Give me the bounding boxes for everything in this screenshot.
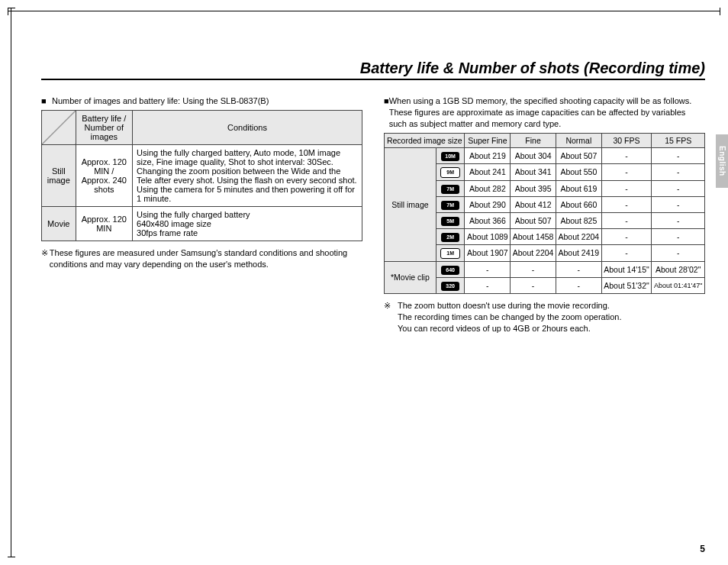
table-cell: About 1458 bbox=[511, 228, 556, 244]
table-cell: - bbox=[465, 277, 511, 293]
table-cell: - bbox=[601, 180, 652, 196]
table-cell: About 550 bbox=[556, 163, 601, 180]
table-cell: - bbox=[601, 147, 652, 163]
right-note-line3: You can record videos of up to 4GB or 2h… bbox=[398, 323, 705, 334]
table-cell: About 507 bbox=[556, 147, 601, 163]
reference-mark-icon: ※ bbox=[41, 247, 50, 271]
size-icon: 5M bbox=[441, 217, 459, 226]
table-cell: About 619 bbox=[556, 180, 601, 196]
table-cell: About 412 bbox=[511, 196, 556, 212]
size-icon-cell: 7M bbox=[436, 196, 465, 212]
size-icon-cell: 10M bbox=[436, 147, 465, 163]
table-cell: - bbox=[652, 228, 705, 244]
table-cell: About 282 bbox=[465, 180, 511, 196]
table-cell: About 825 bbox=[556, 212, 601, 228]
table-header: 15 FPS bbox=[652, 133, 705, 147]
page-content: Battery life & Number of shots (Recordin… bbox=[41, 31, 705, 542]
table-header: 30 FPS bbox=[601, 133, 652, 147]
table-cell: About 14'15" bbox=[601, 261, 652, 277]
table-cell: About 1907 bbox=[465, 244, 511, 261]
table-cell: Using the fully charged battery, Auto mo… bbox=[133, 144, 362, 206]
size-icon-cell: 640 bbox=[436, 261, 465, 277]
size-icon: 1M bbox=[440, 248, 460, 259]
table-cell: About 341 bbox=[511, 163, 556, 180]
table-diagonal-cell bbox=[42, 110, 76, 144]
table-cell: - bbox=[601, 163, 652, 180]
left-bullet-text: Number of images and battery life: Using… bbox=[52, 95, 269, 107]
table-cell: - bbox=[601, 244, 652, 261]
table-cell: About 304 bbox=[511, 147, 556, 163]
table-header: Fine bbox=[511, 133, 556, 147]
table-cell: About 2204 bbox=[556, 228, 601, 244]
table-cell: About 51'32" bbox=[601, 277, 652, 293]
size-icon-cell: 5M bbox=[436, 212, 465, 228]
size-icon: 10M bbox=[441, 152, 459, 161]
table-cell: - bbox=[601, 196, 652, 212]
table-header: Super Fine bbox=[465, 133, 511, 147]
table-cell: About 241 bbox=[465, 163, 511, 180]
size-icon: 320 bbox=[441, 282, 459, 291]
right-bullet-text: When using a 1GB SD memory, the specifie… bbox=[389, 95, 705, 130]
table-cell: About 290 bbox=[465, 196, 511, 212]
size-icon: 7M bbox=[441, 201, 459, 210]
size-icon-cell: 9M bbox=[436, 163, 465, 180]
table-header: Conditions bbox=[133, 110, 362, 144]
table-cell: About 01:41'47" bbox=[652, 277, 705, 293]
capacity-table: Recorded image size Super Fine Fine Norm… bbox=[384, 133, 705, 294]
square-bullet-icon: ■ bbox=[41, 95, 52, 107]
table-cell: About 2419 bbox=[556, 244, 601, 261]
page-title: Battery life & Number of shots (Recordin… bbox=[41, 60, 705, 80]
table-cell: Using the fully charged battery 640x480 … bbox=[133, 206, 362, 241]
page-number: 5 bbox=[700, 544, 705, 554]
table-cell: - bbox=[652, 244, 705, 261]
table-cell: - bbox=[511, 261, 556, 277]
language-tab-label: English bbox=[718, 146, 726, 176]
table-cell: - bbox=[652, 212, 705, 228]
table-header: Battery life / Number of images bbox=[76, 110, 132, 144]
table-cell: - bbox=[465, 261, 511, 277]
table-cell: - bbox=[511, 277, 556, 293]
table-cell: - bbox=[601, 212, 652, 228]
table-header: Normal bbox=[556, 133, 601, 147]
crop-mark-top bbox=[8, 11, 720, 11]
size-icon: 640 bbox=[441, 266, 459, 275]
left-note-text: These figures are measured under Samsung… bbox=[50, 247, 362, 271]
left-note: ※ These figures are measured under Samsu… bbox=[41, 247, 362, 271]
size-icon-cell: 7M bbox=[436, 180, 465, 196]
table-row-label: Still image bbox=[42, 144, 76, 206]
table-header: Recorded image size bbox=[385, 133, 465, 147]
table-group-label: Still image bbox=[385, 147, 436, 261]
table-cell: About 2204 bbox=[511, 244, 556, 261]
table-cell: About 660 bbox=[556, 196, 601, 212]
table-cell: Approx. 120 MIN / Approx. 240 shots bbox=[76, 144, 132, 206]
table-cell: - bbox=[652, 163, 705, 180]
table-group-label: *Movie clip bbox=[385, 261, 436, 293]
size-icon-cell: 1M bbox=[436, 244, 465, 261]
table-cell: Approx. 120 MIN bbox=[76, 206, 132, 241]
table-cell: - bbox=[652, 180, 705, 196]
table-cell: About 1089 bbox=[465, 228, 511, 244]
table-cell: About 366 bbox=[465, 212, 511, 228]
table-cell: - bbox=[601, 228, 652, 244]
table-cell: - bbox=[652, 196, 705, 212]
table-cell: About 395 bbox=[511, 180, 556, 196]
table-row-label: Movie bbox=[42, 206, 76, 241]
size-icon: 9M bbox=[440, 167, 460, 178]
size-icon: 2M bbox=[441, 233, 459, 242]
crop-mark-left bbox=[11, 8, 11, 557]
right-note: ※ The zoom button doesn't use during the… bbox=[384, 300, 705, 312]
table-cell: About 28'02" bbox=[652, 261, 705, 277]
size-icon: 7M bbox=[441, 185, 459, 194]
square-bullet-icon: ■ bbox=[384, 95, 389, 130]
battery-life-table: Battery life / Number of images Conditio… bbox=[41, 110, 362, 241]
language-tab: English bbox=[716, 134, 728, 188]
left-column: ■ Number of images and battery life: Usi… bbox=[41, 94, 362, 335]
left-bullet: ■ Number of images and battery life: Usi… bbox=[41, 95, 362, 107]
right-note-line2: The recording times can be changed by th… bbox=[398, 312, 705, 323]
reference-mark-icon: ※ bbox=[384, 300, 398, 312]
size-icon-cell: 2M bbox=[436, 228, 465, 244]
size-icon-cell: 320 bbox=[436, 277, 465, 293]
table-cell: - bbox=[652, 147, 705, 163]
right-note-text: The zoom button doesn't use during the m… bbox=[398, 300, 610, 312]
table-cell: - bbox=[556, 261, 601, 277]
